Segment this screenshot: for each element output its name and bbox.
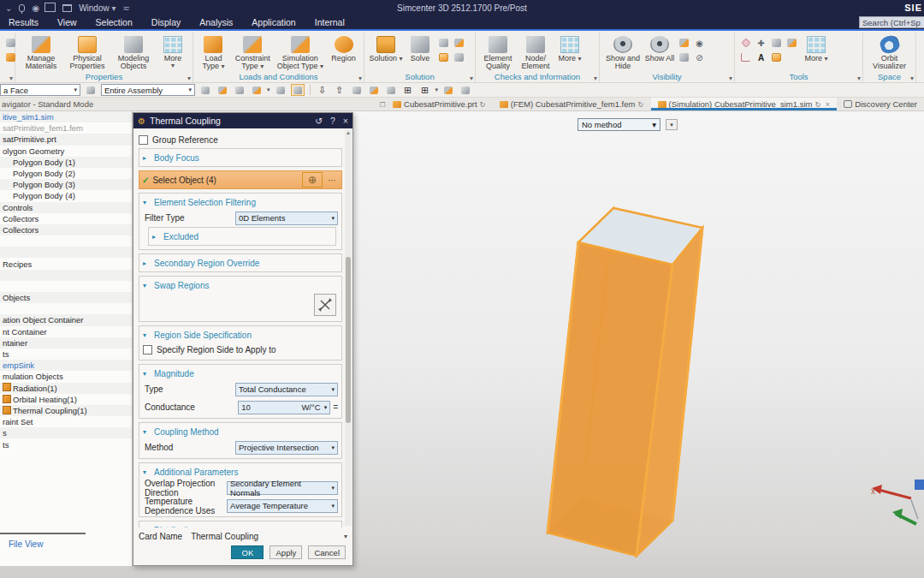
scrollbar-thumb[interactable] bbox=[346, 257, 351, 423]
menu-tab[interactable]: Display bbox=[151, 17, 181, 27]
body-focus-group[interactable]: ▸Body Focus bbox=[139, 148, 342, 167]
tools-more-button[interactable]: More ▾ bbox=[801, 34, 832, 63]
manage-materials-button[interactable]: Manage Materials bbox=[19, 34, 63, 71]
tree-item[interactable]: Radiation(1) bbox=[0, 383, 132, 394]
tree-item[interactable]: satPrimitive.prt bbox=[0, 134, 132, 145]
constraint-type-button[interactable]: Constraint Type ▾ bbox=[232, 34, 274, 71]
element-quality-button[interactable]: Element Quality bbox=[479, 34, 517, 71]
node-element-button[interactable]: Node/ Element bbox=[518, 34, 553, 71]
tree-item[interactable]: itive_sim1.sim bbox=[0, 111, 132, 122]
apply-button[interactable]: Apply bbox=[270, 545, 302, 559]
excluded-group[interactable]: ▸Excluded bbox=[148, 227, 336, 246]
arrow-down-icon[interactable]: ⇩ bbox=[316, 84, 329, 96]
analysis-job-monitor-icon[interactable] bbox=[452, 36, 466, 50]
mesh-display-icon[interactable] bbox=[384, 84, 398, 96]
ok-button[interactable]: OK bbox=[231, 545, 264, 559]
cancel-button[interactable]: Cancel bbox=[308, 545, 346, 559]
swap-regions-header[interactable]: ▾Swap Regions bbox=[143, 278, 338, 292]
microphone-icon[interactable] bbox=[19, 4, 25, 12]
coupling-method-header[interactable]: ▾Coupling Method bbox=[143, 425, 338, 438]
selection-scope-dropdown[interactable]: Entire Assembly▾ bbox=[101, 84, 195, 96]
point-icon[interactable]: ✚ bbox=[754, 36, 768, 50]
checks-more-button[interactable]: More ▾ bbox=[554, 34, 585, 63]
load-type-button[interactable]: Load Type ▾ bbox=[197, 34, 230, 71]
tree-item[interactable]: nt Container bbox=[0, 326, 132, 337]
solve-button[interactable]: Solve bbox=[406, 34, 435, 63]
select-crosshair-button[interactable]: ⊕ bbox=[302, 172, 323, 188]
tree-item[interactable]: Objects bbox=[0, 292, 132, 303]
physical-properties-button[interactable]: Physical Properties bbox=[65, 34, 110, 71]
tree-item[interactable]: Polygon Body (3) bbox=[0, 179, 132, 190]
tab-fem-file[interactable]: (FEM) CubesatPrimitive_fem1.fem ↻ bbox=[493, 98, 651, 110]
face-rule-icon[interactable] bbox=[233, 84, 246, 96]
tree-item[interactable] bbox=[0, 270, 132, 281]
tree-item[interactable]: satPrimitive_fem1.fem bbox=[0, 122, 132, 134]
unit-caret-icon[interactable]: ▾ bbox=[324, 404, 328, 411]
tree-item[interactable] bbox=[0, 281, 132, 292]
show-only-icon[interactable] bbox=[677, 36, 691, 50]
window-cascade-icon[interactable] bbox=[350, 84, 364, 96]
distribution-group[interactable]: ▸Distribution bbox=[139, 521, 342, 527]
menu-tab[interactable]: Application bbox=[252, 17, 295, 27]
cascade-windows-icon[interactable] bbox=[46, 4, 56, 12]
conductance-field[interactable]: 10 W/°C ▾ bbox=[238, 401, 330, 414]
tree-item[interactable]: Recipes bbox=[0, 258, 132, 269]
grid-view-icon[interactable]: ⊞ bbox=[401, 84, 415, 96]
tree-item[interactable]: ts bbox=[0, 438, 132, 450]
tree-item[interactable]: s bbox=[0, 427, 132, 438]
panel-splitter[interactable] bbox=[0, 533, 86, 534]
menu-tab[interactable]: Selection bbox=[96, 17, 133, 27]
temperature-dependence-dropdown[interactable]: Average Temperature▾ bbox=[227, 499, 338, 513]
method-dropdown[interactable]: Projective Intersection▾ bbox=[235, 441, 338, 455]
result-table-icon[interactable] bbox=[436, 51, 451, 64]
expression-icon[interactable] bbox=[785, 36, 799, 50]
voice-command-icon[interactable]: ◉ bbox=[32, 3, 39, 13]
type-dropdown[interactable]: Total Conductance▾ bbox=[235, 383, 338, 396]
select-object-row[interactable]: ✓ Select Object (4) ⊕ ⋯ bbox=[139, 170, 342, 189]
capture-icon[interactable] bbox=[769, 36, 784, 50]
solution-monitor-icon[interactable] bbox=[436, 36, 451, 50]
ghost-display-icon[interactable] bbox=[677, 51, 691, 64]
grid-view-2-icon[interactable]: ⊞ bbox=[418, 84, 432, 96]
arrow-up-icon[interactable]: ⇧ bbox=[333, 84, 346, 96]
method-options-button[interactable]: ▾ bbox=[666, 119, 678, 130]
tree-item[interactable]: Polygon Body (4) bbox=[0, 190, 132, 201]
specify-region-side-checkbox[interactable] bbox=[143, 345, 152, 355]
specify-region-side-row[interactable]: Specify Region Side to Apply to bbox=[143, 342, 338, 358]
customize-toolbar-icon[interactable]: ≂ bbox=[123, 3, 130, 13]
tab-part-file[interactable]: CubesatPrimitive.prt ↻ bbox=[386, 98, 493, 110]
more-options-button[interactable]: ⋯ bbox=[326, 176, 339, 185]
tree-item[interactable]: Collectors bbox=[0, 224, 132, 235]
menu-tab[interactable]: Analysis bbox=[199, 17, 233, 27]
swap-regions-button[interactable] bbox=[314, 294, 336, 316]
tree-item[interactable]: olygon Geometry bbox=[0, 146, 132, 157]
magnitude-header[interactable]: ▾Magnitude bbox=[143, 366, 338, 380]
tab-sim-file[interactable]: (Simulation) CubesatPrimitive_sim1.sim ↻… bbox=[651, 98, 838, 110]
tree-item[interactable]: Thermal Coupling(1) bbox=[0, 405, 132, 416]
close-tab-icon[interactable]: × bbox=[826, 99, 831, 109]
help-icon[interactable]: ? bbox=[330, 116, 335, 126]
tree-item[interactable]: ntainer bbox=[0, 337, 132, 349]
detach-window-icon[interactable]: □ bbox=[380, 99, 386, 109]
quick-access-caret-icon[interactable]: ⌄ bbox=[5, 3, 12, 13]
window-menu[interactable]: Window ▾ bbox=[79, 3, 116, 13]
show-and-hide-button[interactable]: Show and Hide bbox=[603, 34, 643, 71]
footer-caret-icon[interactable]: ▾ bbox=[344, 533, 347, 540]
search-input[interactable]: Search (Ctrl+Sp bbox=[859, 16, 924, 28]
tree-item[interactable]: Polygon Body (1) bbox=[0, 157, 132, 168]
method-dropdown[interactable]: No method▾ bbox=[578, 118, 660, 131]
show-all-button[interactable]: Show All bbox=[644, 34, 675, 63]
deselect-icon[interactable] bbox=[274, 84, 287, 96]
formula-button[interactable]: = bbox=[333, 402, 338, 412]
hide-icon[interactable]: ⊘ bbox=[692, 51, 707, 64]
dialog-titlebar[interactable]: ⚙ Thermal Coupling ↺ ? × bbox=[133, 113, 352, 128]
solution-button[interactable]: Solution ▾ bbox=[368, 34, 404, 63]
stop-at-intersection-icon[interactable] bbox=[250, 84, 264, 96]
tree-item[interactable] bbox=[0, 303, 132, 314]
orbit-visualizer-button[interactable]: Orbit Visualizer bbox=[867, 34, 912, 71]
orientation-triad[interactable] bbox=[867, 480, 924, 539]
measure-icon[interactable] bbox=[459, 84, 472, 96]
filter-type-dropdown[interactable]: 0D Elements▾ bbox=[235, 212, 338, 225]
overlap-projection-dropdown[interactable]: Secondary Element Normals▾ bbox=[227, 481, 338, 495]
selection-filter-dropdown[interactable]: a Face▾ bbox=[0, 84, 80, 96]
